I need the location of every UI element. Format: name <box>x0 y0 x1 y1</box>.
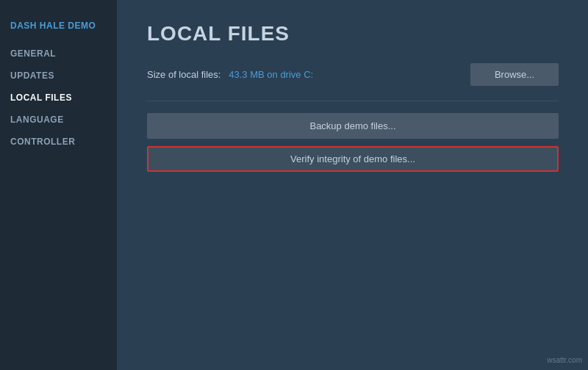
verify-integrity-button[interactable]: Verify integrity of demo files... <box>147 146 559 172</box>
sidebar: DASH HALE DEMO GENERAL UPDATES LOCAL FIL… <box>0 0 118 370</box>
sidebar-item-general[interactable]: GENERAL <box>0 43 117 65</box>
app-container: DASH HALE DEMO GENERAL UPDATES LOCAL FIL… <box>0 0 588 370</box>
page-title: LOCAL FILES <box>147 22 559 46</box>
sidebar-app-title[interactable]: DASH HALE DEMO <box>0 15 117 37</box>
file-info-row: Size of local files: 43.3 MB on drive C:… <box>147 63 559 86</box>
watermark: wsattr.com <box>547 356 582 364</box>
sidebar-item-language[interactable]: LANGUAGE <box>0 109 117 131</box>
file-size-value[interactable]: 43.3 MB on drive C: <box>229 69 313 80</box>
main-content: LOCAL FILES Size of local files: 43.3 MB… <box>118 0 588 370</box>
backup-button[interactable]: Backup demo files... <box>147 113 559 139</box>
file-size-label: Size of local files: <box>147 69 220 80</box>
sidebar-item-controller[interactable]: CONTROLLER <box>0 131 117 153</box>
file-size-text: Size of local files: 43.3 MB on drive C: <box>147 69 313 80</box>
sidebar-item-updates[interactable]: UPDATES <box>0 65 117 87</box>
sidebar-item-local-files[interactable]: LOCAL FILES <box>0 87 117 109</box>
divider <box>147 101 559 101</box>
browse-button[interactable]: Browse... <box>470 63 559 86</box>
